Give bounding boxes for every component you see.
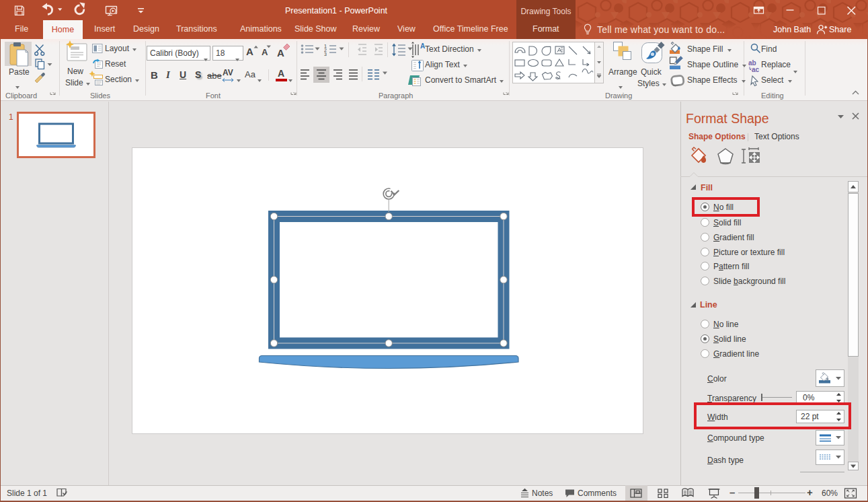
svg-text:3: 3 — [324, 52, 327, 57]
svg-text:A: A — [277, 47, 284, 59]
svg-text:A: A — [246, 46, 253, 57]
svg-text:ac: ac — [752, 66, 760, 73]
svg-text:A: A — [262, 47, 268, 57]
